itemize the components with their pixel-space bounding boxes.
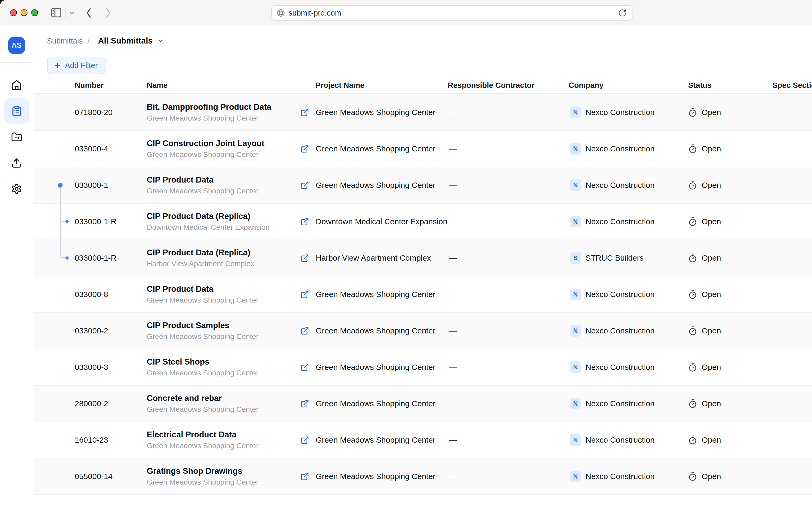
submittal-title: Electrical Product Data [147, 430, 258, 440]
submittal-title: CIP Steel Shops [147, 357, 258, 367]
sidebar-item-upload[interactable] [4, 150, 29, 176]
external-link-icon[interactable] [300, 145, 309, 153]
table-row[interactable]: 033000-1-R CIP Product Data (Replica) Ha… [34, 240, 812, 276]
company-name: Nexco Construction [586, 436, 655, 445]
sidebar-item-projects[interactable] [4, 124, 29, 150]
forward-button[interactable] [102, 6, 114, 19]
project-cell[interactable]: Green Meadows Shopping Center [300, 363, 436, 372]
view-selector[interactable]: All Submittals [94, 36, 164, 46]
submittal-name-cell: Gratings Shop Drawings Green Meadows Sho… [147, 466, 258, 487]
sidebar-menu-chevron[interactable] [67, 9, 77, 17]
status-cell: Open [688, 144, 721, 154]
company-cell: N Nexco Construction [570, 179, 655, 191]
project-cell[interactable]: Green Meadows Shopping Center [300, 108, 436, 117]
project-cell[interactable]: Green Meadows Shopping Center [300, 181, 436, 190]
external-link-icon[interactable] [300, 290, 309, 299]
sidebar-item-settings[interactable] [4, 176, 29, 202]
external-link-icon[interactable] [300, 363, 309, 372]
table-row[interactable]: 033000-3 CIP Steel Shops Green Meadows S… [34, 349, 812, 386]
column-header-number[interactable]: Number [75, 81, 104, 90]
submittal-title: CIP Product Data (Replica) [147, 211, 269, 221]
project-cell[interactable]: Green Meadows Shopping Center [300, 436, 436, 445]
company-cell: N Nexco Construction [570, 470, 655, 482]
add-filter-button[interactable]: Add Filter [47, 57, 106, 74]
table-row[interactable]: 033000-1 CIP Product Data Green Meadows … [34, 167, 812, 204]
external-link-icon[interactable] [300, 327, 309, 335]
responsible-contractor-value: — [449, 472, 457, 481]
project-cell[interactable]: Green Meadows Shopping Center [300, 472, 436, 481]
company-badge: N [570, 289, 581, 300]
project-cell[interactable]: Green Meadows Shopping Center [300, 144, 436, 153]
submittal-number: 033000-3 [75, 363, 108, 372]
status-cell: Open [688, 399, 721, 408]
submittal-title: CIP Product Data [147, 175, 258, 185]
responsible-contractor-value: — [449, 363, 457, 372]
clipboard-list-icon [11, 106, 22, 117]
external-link-icon[interactable] [300, 254, 309, 263]
company-name: Nexco Construction [586, 144, 655, 153]
external-link-icon[interactable] [300, 181, 309, 190]
project-cell[interactable]: Green Meadows Shopping Center [300, 290, 436, 299]
project-cell[interactable]: Harbor View Apartment Complex [300, 253, 431, 263]
table-row[interactable]: 280000-2 Concrete and rebar Green Meadow… [34, 386, 812, 422]
status-timer-icon [688, 326, 698, 336]
table-row[interactable]: 033000-8 CIP Product Data Green Meadows … [34, 276, 812, 313]
zoom-button[interactable] [31, 9, 38, 16]
project-name: Green Meadows Shopping Center [316, 326, 436, 335]
external-link-icon[interactable] [300, 436, 309, 445]
external-link-icon[interactable] [300, 472, 309, 481]
minimize-button[interactable] [20, 9, 28, 16]
table-body: 071800-20 Bit. Dampproofing Product Data… [34, 95, 812, 507]
breadcrumb-separator: / [87, 37, 90, 45]
replica-tree-line [60, 185, 61, 204]
back-button[interactable] [83, 6, 95, 19]
project-cell[interactable]: Green Meadows Shopping Center [300, 326, 436, 335]
status-cell: Open [688, 108, 721, 117]
table-row[interactable]: 033000-4 CIP Construction Joint Layout G… [34, 131, 812, 167]
project-cell[interactable]: Downtown Medical Center Expansion [300, 217, 448, 226]
breadcrumb: Submittals / All Submittals [47, 35, 164, 47]
table-row[interactable]: 033000-1-R CIP Product Data (Replica) Do… [34, 204, 812, 240]
table-row[interactable]: 033000-2 CIP Product Samples Green Meado… [34, 313, 812, 349]
status-label: Open [702, 436, 721, 445]
table-row[interactable]: HVAC Shop Drawings [34, 495, 812, 507]
project-name: Green Meadows Shopping Center [316, 399, 436, 408]
sidebar-toggle-button[interactable] [50, 6, 63, 19]
submittal-number: 033000-1-R [75, 253, 116, 263]
reload-button[interactable] [617, 8, 628, 18]
column-header-spec-section[interactable]: Spec Section [772, 81, 812, 90]
submittal-name-cell: CIP Product Data (Replica) Downtown Medi… [147, 211, 269, 232]
toolbar-divider [65, 8, 66, 18]
project-name: Green Meadows Shopping Center [316, 290, 436, 299]
column-header-project-name[interactable]: Project Name [315, 81, 364, 90]
table-row[interactable]: 055000-14 Gratings Shop Drawings Green M… [34, 458, 812, 495]
submittal-subtitle: Green Meadows Shopping Center [147, 296, 258, 305]
table-row[interactable]: 16010-23 Electrical Product Data Green M… [34, 422, 812, 458]
plus-icon [54, 62, 61, 69]
table-row[interactable]: 071800-20 Bit. Dampproofing Product Data… [34, 95, 812, 131]
column-header-company[interactable]: Company [569, 81, 603, 90]
avatar[interactable]: AS [8, 37, 25, 54]
column-header-name[interactable]: Name [147, 81, 168, 90]
external-link-icon[interactable] [300, 217, 309, 226]
column-header-responsible-contractor[interactable]: Responsible Contractor [448, 81, 535, 90]
sidebar-item-home[interactable] [4, 72, 29, 98]
project-cell[interactable]: Green Meadows Shopping Center [300, 399, 436, 408]
company-badge: N [570, 107, 581, 118]
status-cell: Open [688, 435, 721, 445]
sidebar-item-submittals[interactable] [4, 98, 29, 124]
status-timer-icon [688, 472, 698, 481]
replica-child-dot [65, 220, 69, 223]
close-button[interactable] [10, 9, 17, 16]
breadcrumb-current: All Submittals [98, 36, 153, 46]
submittal-subtitle: Green Meadows Shopping Center [147, 114, 271, 123]
column-header-status[interactable]: Status [688, 81, 712, 90]
address-bar[interactable]: submit-pro.com [271, 5, 633, 20]
status-cell: Open [688, 290, 721, 299]
submittal-subtitle: Green Meadows Shopping Center [147, 441, 258, 450]
sidebar-divider [0, 62, 33, 63]
status-timer-icon [688, 253, 698, 263]
external-link-icon[interactable] [300, 108, 309, 117]
external-link-icon[interactable] [300, 399, 309, 408]
breadcrumb-section[interactable]: Submittals [47, 37, 83, 45]
